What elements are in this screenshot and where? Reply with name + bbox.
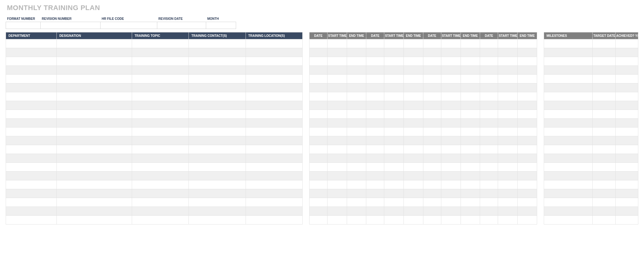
cell-target-date[interactable]: [593, 48, 615, 57]
cell-date-2[interactable]: [423, 128, 441, 136]
cell-training-contacts[interactable]: [189, 216, 246, 224]
cell-end-time-2[interactable]: [461, 119, 480, 128]
cell-designation[interactable]: [57, 110, 132, 119]
cell-date-2[interactable]: [423, 119, 441, 128]
cell-designation[interactable]: [57, 92, 132, 101]
cell-target-date[interactable]: [593, 172, 615, 180]
cell-designation[interactable]: [57, 75, 132, 83]
cell-target-date[interactable]: [593, 39, 615, 48]
cell-training-topic[interactable]: [132, 39, 189, 48]
cell-date-0[interactable]: [310, 101, 328, 110]
cell-milestones[interactable]: [544, 75, 593, 83]
cell-training-locations[interactable]: [246, 119, 302, 128]
cell-date-3[interactable]: [480, 189, 498, 198]
cell-target-date[interactable]: [593, 207, 615, 216]
cell-start-time-2[interactable]: [441, 207, 461, 216]
cell-date-1[interactable]: [366, 163, 384, 172]
cell-start-time-1[interactable]: [384, 119, 404, 128]
cell-training-locations[interactable]: [246, 92, 302, 101]
cell-start-time-3[interactable]: [498, 154, 518, 163]
cell-end-time-3[interactable]: [518, 119, 537, 128]
cell-start-time-3[interactable]: [498, 128, 518, 136]
cell-end-time-0[interactable]: [347, 48, 366, 57]
cell-start-time-1[interactable]: [384, 216, 404, 224]
cell-start-time-2[interactable]: [441, 180, 461, 189]
cell-achieved[interactable]: [615, 92, 638, 101]
cell-date-2[interactable]: [423, 48, 441, 57]
cell-department[interactable]: [6, 66, 57, 75]
cell-date-1[interactable]: [366, 101, 384, 110]
cell-designation[interactable]: [57, 180, 132, 189]
cell-start-time-0[interactable]: [327, 39, 347, 48]
cell-end-time-1[interactable]: [404, 128, 423, 136]
cell-achieved[interactable]: [615, 101, 638, 110]
cell-date-3[interactable]: [480, 66, 498, 75]
cell-target-date[interactable]: [593, 57, 615, 66]
cell-start-time-0[interactable]: [327, 92, 347, 101]
cell-training-locations[interactable]: [246, 136, 302, 145]
cell-training-locations[interactable]: [246, 163, 302, 172]
cell-designation[interactable]: [57, 48, 132, 57]
cell-end-time-2[interactable]: [461, 145, 480, 154]
cell-training-contacts[interactable]: [189, 180, 246, 189]
cell-training-topic[interactable]: [132, 48, 189, 57]
cell-department[interactable]: [6, 83, 57, 92]
cell-training-topic[interactable]: [132, 75, 189, 83]
cell-start-time-0[interactable]: [327, 189, 347, 198]
cell-date-1[interactable]: [366, 110, 384, 119]
cell-date-1[interactable]: [366, 92, 384, 101]
cell-start-time-0[interactable]: [327, 119, 347, 128]
cell-department[interactable]: [6, 128, 57, 136]
cell-end-time-1[interactable]: [404, 101, 423, 110]
cell-start-time-0[interactable]: [327, 163, 347, 172]
cell-department[interactable]: [6, 110, 57, 119]
cell-start-time-3[interactable]: [498, 207, 518, 216]
cell-date-3[interactable]: [480, 136, 498, 145]
cell-target-date[interactable]: [593, 145, 615, 154]
cell-start-time-3[interactable]: [498, 198, 518, 207]
cell-target-date[interactable]: [593, 83, 615, 92]
cell-training-contacts[interactable]: [189, 145, 246, 154]
cell-milestones[interactable]: [544, 163, 593, 172]
cell-end-time-1[interactable]: [404, 110, 423, 119]
cell-end-time-3[interactable]: [518, 75, 537, 83]
cell-training-topic[interactable]: [132, 172, 189, 180]
cell-date-1[interactable]: [366, 119, 384, 128]
cell-training-locations[interactable]: [246, 216, 302, 224]
cell-start-time-2[interactable]: [441, 101, 461, 110]
cell-end-time-1[interactable]: [404, 83, 423, 92]
cell-start-time-3[interactable]: [498, 92, 518, 101]
cell-end-time-2[interactable]: [461, 57, 480, 66]
cell-end-time-0[interactable]: [347, 145, 366, 154]
cell-training-topic[interactable]: [132, 189, 189, 198]
cell-start-time-2[interactable]: [441, 216, 461, 224]
meta-input-hr-file-code[interactable]: [101, 22, 157, 29]
cell-training-topic[interactable]: [132, 92, 189, 101]
cell-training-contacts[interactable]: [189, 207, 246, 216]
cell-training-topic[interactable]: [132, 128, 189, 136]
cell-start-time-3[interactable]: [498, 163, 518, 172]
cell-training-contacts[interactable]: [189, 92, 246, 101]
cell-end-time-1[interactable]: [404, 48, 423, 57]
cell-date-2[interactable]: [423, 101, 441, 110]
cell-training-locations[interactable]: [246, 198, 302, 207]
cell-end-time-2[interactable]: [461, 92, 480, 101]
cell-end-time-0[interactable]: [347, 198, 366, 207]
cell-date-0[interactable]: [310, 119, 328, 128]
cell-end-time-2[interactable]: [461, 163, 480, 172]
cell-end-time-2[interactable]: [461, 198, 480, 207]
cell-date-3[interactable]: [480, 83, 498, 92]
cell-designation[interactable]: [57, 154, 132, 163]
cell-target-date[interactable]: [593, 180, 615, 189]
cell-training-locations[interactable]: [246, 145, 302, 154]
cell-date-0[interactable]: [310, 48, 328, 57]
cell-department[interactable]: [6, 172, 57, 180]
cell-training-locations[interactable]: [246, 172, 302, 180]
cell-start-time-3[interactable]: [498, 145, 518, 154]
cell-end-time-3[interactable]: [518, 189, 537, 198]
cell-achieved[interactable]: [615, 216, 638, 224]
cell-date-3[interactable]: [480, 119, 498, 128]
cell-date-2[interactable]: [423, 83, 441, 92]
cell-end-time-0[interactable]: [347, 207, 366, 216]
cell-start-time-2[interactable]: [441, 154, 461, 163]
